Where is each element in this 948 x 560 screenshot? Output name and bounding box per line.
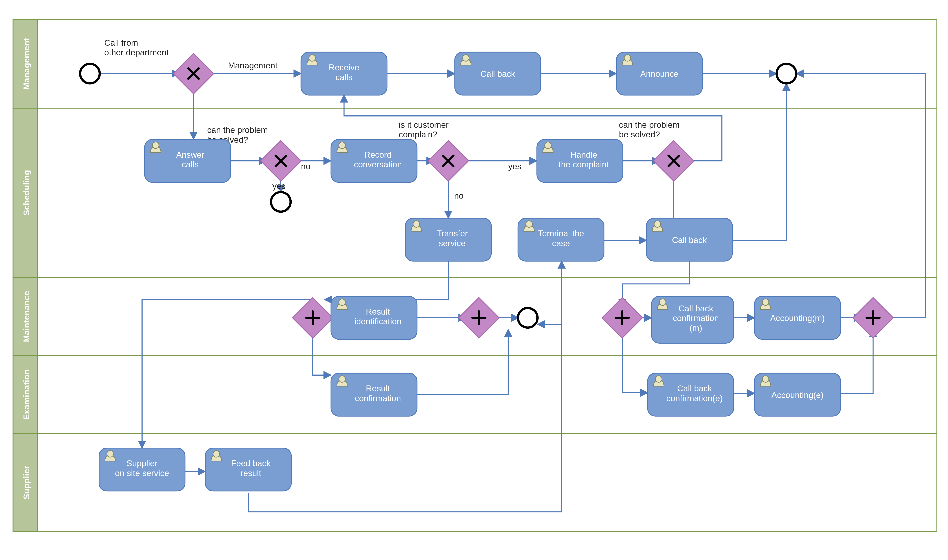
- label-yes-2: yes: [508, 162, 521, 171]
- svg-text:Accounting(m): Accounting(m): [770, 314, 825, 323]
- task-announce: Announce: [617, 52, 703, 95]
- task-feed-back-result: Feed backresult: [205, 448, 291, 491]
- task-supplier-on-site: Supplieron site service: [99, 448, 185, 491]
- task-accounting-e: Accounting(e): [754, 373, 840, 416]
- lane-examination-label: Examination: [22, 369, 31, 420]
- task-transfer-service: Transferservice: [405, 218, 491, 261]
- task-receive-calls: Receivecalls: [301, 52, 387, 95]
- task-handle-complaint: Handlethe complaint: [537, 139, 623, 182]
- label-no-1: no: [301, 162, 311, 171]
- task-call-back-sched: Call back: [646, 218, 732, 261]
- end-event-mgmt: [777, 64, 796, 83]
- task-call-back-mgmt: Call back: [455, 52, 541, 95]
- bpmn-diagram: Management Scheduling Maintenance Examin…: [0, 0, 948, 560]
- task-call-back-conf-m: Call backconfirmation(m): [652, 296, 734, 343]
- lane-management-label: Management: [22, 38, 31, 90]
- svg-text:Call back: Call back: [672, 235, 707, 245]
- end-event-yes: [271, 192, 291, 212]
- task-answer-calls: Answercalls: [145, 139, 231, 182]
- svg-text:Call back: Call back: [481, 69, 515, 78]
- task-call-back-conf-e: Call backconfirmation(e): [648, 373, 734, 416]
- lane-supplier-label: Supplier: [22, 466, 31, 500]
- svg-text:Announce: Announce: [640, 69, 678, 78]
- task-terminal-case: Terminal thecase: [518, 218, 604, 261]
- task-result-identification: Resultidentification: [331, 296, 417, 339]
- task-accounting-m: Accounting(m): [754, 296, 840, 339]
- svg-text:Accounting(e): Accounting(e): [771, 391, 824, 400]
- lane-scheduling-label: Scheduling: [22, 170, 31, 216]
- label-no-2: no: [454, 191, 464, 200]
- lane-maintenance-label: Maintenance: [22, 291, 31, 342]
- start-event: [80, 64, 100, 83]
- task-record-conversation: Recordconversation: [331, 139, 417, 182]
- label-yes-1: yes: [272, 182, 285, 191]
- label-management-branch: Management: [228, 61, 277, 70]
- task-result-confirmation: Resultconfirmation: [331, 373, 417, 416]
- end-event-maint: [518, 308, 538, 328]
